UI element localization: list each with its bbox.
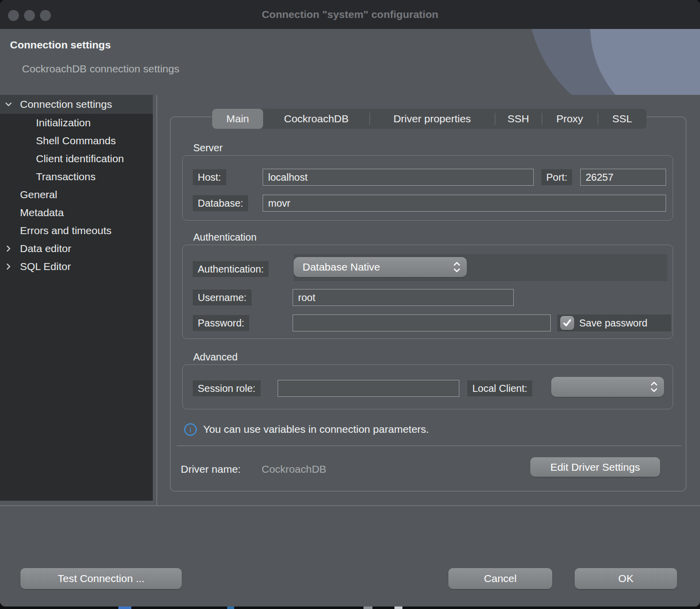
tree-item-client-identification[interactable]: Client identification [0,150,153,168]
chevron-down-icon [4,100,13,109]
driver-name-label: Driver name: [181,463,241,475]
window-title: Connection "system" configuration [0,0,700,29]
dock-sliver [227,607,234,609]
tree-item-general[interactable]: General [0,186,153,204]
username-input[interactable] [293,289,514,306]
save-password-chip: Save password [557,314,671,331]
database-input[interactable] [263,195,666,212]
tree-item-label: Initialization [36,117,91,129]
local-client-label: Local Client: [467,380,532,396]
authentication-selected-value: Database Native [294,261,453,273]
tab-cockroachdb[interactable]: CockroachDB [263,109,369,129]
tree-item-data-editor[interactable]: Data editor [0,240,153,258]
tree-item-label: Connection settings [20,98,112,110]
port-input[interactable] [580,169,666,186]
info-icon: i [184,423,197,436]
authentication-group-box: Authentication: Database Native Username… [182,245,673,339]
ok-button[interactable]: OK [575,568,677,589]
dock-sliver [118,607,131,609]
host-label: Host: [193,169,226,185]
save-password-checkbox[interactable] [560,316,574,330]
tab-proxy[interactable]: Proxy [542,109,598,129]
tree-item-label: Shell Commands [36,135,116,147]
tree-item-label: General [20,189,57,201]
authentication-label: Authentication: [193,261,269,277]
username-label: Username: [193,290,252,305]
authentication-select[interactable]: Database Native [294,257,467,277]
server-group-box: Host: Port: Database: [182,155,673,221]
tab-driver-properties[interactable]: Driver properties [369,109,495,129]
titlebar: Connection "system" configuration [0,0,700,29]
tree-item-connection-settings[interactable]: Connection settings [0,95,153,114]
chevron-right-icon [4,262,13,271]
traffic-lights [8,10,51,21]
checkmark-icon [563,319,572,327]
tree-item-errors-and-timeouts[interactable]: Errors and timeouts [0,222,153,240]
tree-item-label: Client identification [36,153,124,165]
tab-ssh[interactable]: SSH [495,109,542,129]
dialog-header: Connection settings CockroachDB connecti… [0,29,700,95]
password-input[interactable] [293,314,551,331]
dialog-footer: Test Connection ... Cancel OK [0,506,700,607]
password-label: Password: [193,315,249,331]
page-subtitle: CockroachDB connection settings [22,63,179,75]
authentication-group-label: Authentication [193,232,257,243]
close-window-button[interactable] [8,10,19,21]
advanced-group-label: Advanced [193,351,238,363]
tree-item-label: Data editor [20,243,71,255]
session-role-input[interactable] [278,380,459,397]
connection-tabbar: Main CockroachDB Driver properties SSH P… [212,109,647,129]
tree-item-transactions[interactable]: Transactions [0,168,153,186]
sidebar-divider [156,95,157,505]
desktop-background: Connection "system" configuration Connec… [0,0,700,609]
server-group-label: Server [193,142,223,154]
host-input[interactable] [263,169,534,186]
main-tab-panel: Server Host: Port: Database: Authenticat… [170,116,687,492]
advanced-group-box: Session role: Local Client: [182,364,673,409]
tab-main[interactable]: Main [212,109,263,129]
tree-item-label: Metadata [20,207,64,219]
fullscreen-window-button[interactable] [40,10,51,21]
cancel-button[interactable]: Cancel [448,568,552,589]
tree-item-label: Errors and timeouts [20,225,111,237]
database-label: Database: [193,195,248,211]
save-password-label: Save password [579,317,648,329]
tree-item-metadata[interactable]: Metadata [0,204,153,222]
tree-item-label: Transactions [36,171,95,183]
updown-chevron-icon [650,380,658,393]
port-label: Port: [541,169,572,185]
tree-item-label: SQL Editor [20,261,71,273]
test-connection-button[interactable]: Test Connection ... [20,568,182,589]
local-client-select[interactable] [551,377,664,397]
variables-hint-text: You can use variables in connection para… [203,423,429,435]
driver-name-value: CockroachDB [262,463,327,475]
tree-item-sql-editor[interactable]: SQL Editor [0,258,153,276]
tree-item-shell-commands[interactable]: Shell Commands [0,132,153,150]
minimize-window-button[interactable] [24,10,35,21]
session-role-label: Session role: [193,380,261,396]
edit-driver-settings-button[interactable]: Edit Driver Settings [530,457,660,477]
connection-configuration-dialog: Connection "system" configuration Connec… [0,0,700,607]
updown-chevron-icon [453,261,461,274]
settings-tree: Connection settings Initialization Shell… [0,95,153,501]
tree-item-initialization[interactable]: Initialization [0,114,153,132]
panel-divider [177,445,681,446]
dock-sliver [363,607,372,609]
chevron-right-icon [4,244,13,253]
page-title: Connection settings [10,39,111,51]
dock-sliver [394,607,402,609]
tab-ssl[interactable]: SSL [598,109,647,129]
